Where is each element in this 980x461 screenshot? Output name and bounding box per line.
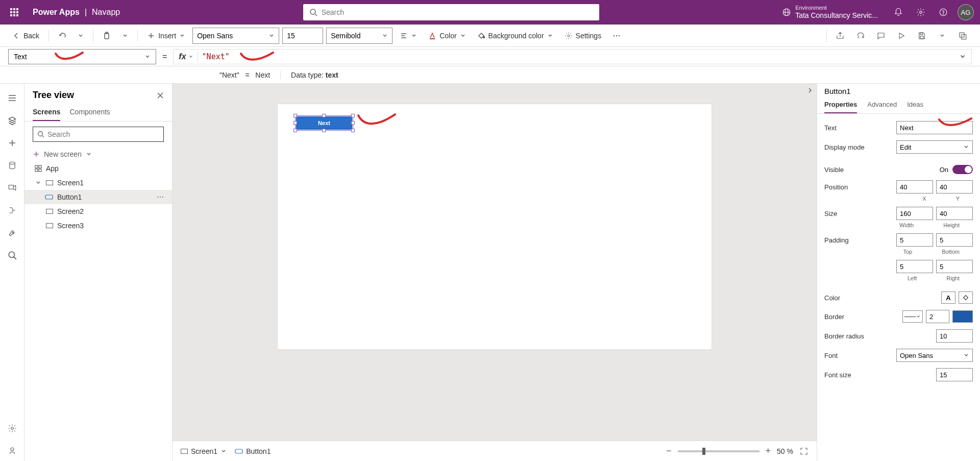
global-search[interactable]: [303, 4, 599, 20]
treeview-rail-button[interactable]: [2, 110, 22, 131]
prop-displaymode-dropdown[interactable]: Edit: [896, 140, 973, 154]
gear-icon: [8, 424, 17, 433]
close-panel-icon[interactable]: [157, 92, 164, 99]
data-rail-button[interactable]: [2, 155, 22, 176]
prop-text-color-swatch[interactable]: A: [941, 292, 955, 304]
tree-item-more-button[interactable]: ⋯: [155, 193, 166, 201]
prop-padding-top[interactable]: [896, 233, 933, 247]
zoom-out-button[interactable]: −: [666, 446, 672, 456]
svg-rect-19: [962, 34, 966, 39]
font-color-button[interactable]: Color: [424, 28, 470, 44]
hamburger-button[interactable]: [2, 88, 22, 108]
prop-border-color-swatch[interactable]: [952, 310, 973, 323]
tree-item-screen1[interactable]: Screen1: [24, 176, 172, 190]
prop-visible-toggle[interactable]: [952, 165, 973, 174]
help-button[interactable]: [933, 0, 953, 25]
prop-borderradius-input[interactable]: [936, 329, 973, 343]
insert-rail-button[interactable]: [2, 133, 22, 153]
footer-screen-picker[interactable]: Screen1: [181, 447, 227, 455]
insert-button[interactable]: Insert: [143, 28, 189, 44]
paste-dropdown[interactable]: [118, 28, 132, 44]
chevron-down-icon: [382, 33, 388, 39]
prop-border-width[interactable]: [926, 310, 949, 323]
save-dropdown[interactable]: [933, 28, 951, 44]
chevron-down-icon: [144, 54, 151, 60]
eval-result: Next: [255, 71, 270, 79]
align-button[interactable]: [396, 28, 421, 44]
tab-ideas[interactable]: Ideas: [907, 96, 923, 113]
tree-search-input[interactable]: [47, 130, 159, 138]
annotation-mark-icon: [938, 117, 974, 128]
prop-padding-bottom[interactable]: [936, 233, 973, 247]
design-canvas[interactable]: Next: [278, 104, 712, 349]
flows-rail-button[interactable]: [2, 200, 22, 221]
prop-font-dropdown[interactable]: Open Sans: [896, 349, 973, 362]
media-rail-button[interactable]: [2, 178, 22, 198]
prop-size-height[interactable]: [936, 207, 973, 220]
tree-item-app[interactable]: App: [24, 161, 172, 176]
property-selector[interactable]: Text: [8, 49, 156, 64]
selected-button-control[interactable]: Next: [296, 116, 352, 130]
prop-size-width[interactable]: [896, 207, 933, 220]
settings-rail-button[interactable]: [2, 418, 22, 439]
copilot-button[interactable]: [851, 28, 870, 44]
help-icon: [939, 8, 948, 17]
comments-button[interactable]: [872, 28, 890, 44]
account-button[interactable]: AG: [955, 0, 976, 25]
tab-properties[interactable]: Properties: [824, 96, 857, 113]
virtual-agent-rail-button[interactable]: [2, 441, 22, 461]
product-title: Power Apps: [33, 8, 80, 17]
tab-components[interactable]: Components: [69, 103, 110, 121]
prop-border-style[interactable]: [902, 310, 923, 323]
new-screen-button[interactable]: New screen: [24, 147, 172, 161]
share-button[interactable]: [831, 28, 849, 44]
svg-point-13: [614, 35, 615, 36]
app-launcher-icon[interactable]: [4, 0, 24, 25]
global-search-input[interactable]: [322, 8, 593, 16]
bg-color-button[interactable]: Background color: [473, 28, 557, 44]
expand-formula-icon[interactable]: [959, 53, 966, 60]
prop-fill-color-swatch[interactable]: [959, 292, 973, 304]
publish-button[interactable]: [953, 28, 972, 44]
prop-position-y[interactable]: [936, 180, 973, 193]
zoom-slider[interactable]: [678, 450, 760, 452]
back-button[interactable]: Back: [8, 28, 43, 44]
prop-padding-left[interactable]: [896, 260, 933, 273]
tab-screens[interactable]: Screens: [33, 103, 60, 121]
tools-rail-button[interactable]: [2, 223, 22, 243]
overflow-button[interactable]: [608, 28, 625, 44]
settings-cmd-button[interactable]: Settings: [560, 28, 606, 44]
paste-button[interactable]: [99, 28, 115, 44]
bucket-icon: [477, 32, 485, 40]
preview-button[interactable]: [892, 28, 911, 44]
tree-search[interactable]: [33, 127, 164, 142]
font-weight-dropdown[interactable]: Semibold: [326, 28, 393, 44]
font-size-input[interactable]: [282, 28, 323, 44]
chevron-down-icon: [411, 33, 417, 39]
search-rail-button[interactable]: [2, 245, 22, 265]
prop-fontsize-input[interactable]: [936, 368, 973, 381]
environment-picker[interactable]: Environment Tata Consultancy Servic...: [782, 5, 878, 20]
zoom-in-button[interactable]: +: [766, 446, 771, 456]
prop-color-label: Color: [824, 294, 941, 302]
bg-color-label: Background color: [488, 32, 544, 40]
tree-item-screen2[interactable]: Screen2: [24, 204, 172, 219]
notifications-button[interactable]: [888, 0, 909, 25]
settings-button[interactable]: [911, 0, 931, 25]
fit-to-window-icon[interactable]: [799, 447, 808, 456]
collapse-panel-icon[interactable]: [806, 87, 814, 94]
svg-point-12: [568, 35, 570, 37]
tab-advanced[interactable]: Advanced: [867, 96, 897, 113]
footer-control-indicator[interactable]: Button1: [235, 447, 271, 455]
undo-button[interactable]: [54, 28, 70, 44]
prop-position-x[interactable]: [896, 180, 933, 193]
formula-bar[interactable]: fx "Next": [173, 49, 972, 64]
tree-item-button1[interactable]: Button1 ⋯: [24, 190, 172, 204]
prop-padding-right[interactable]: [936, 260, 973, 273]
font-family-dropdown[interactable]: Open Sans: [192, 28, 279, 44]
undo-dropdown[interactable]: [74, 28, 88, 44]
chevron-down-icon: [963, 352, 969, 358]
save-button[interactable]: [913, 28, 931, 44]
tree-item-screen3[interactable]: Screen3: [24, 219, 172, 233]
comment-icon: [876, 31, 886, 40]
